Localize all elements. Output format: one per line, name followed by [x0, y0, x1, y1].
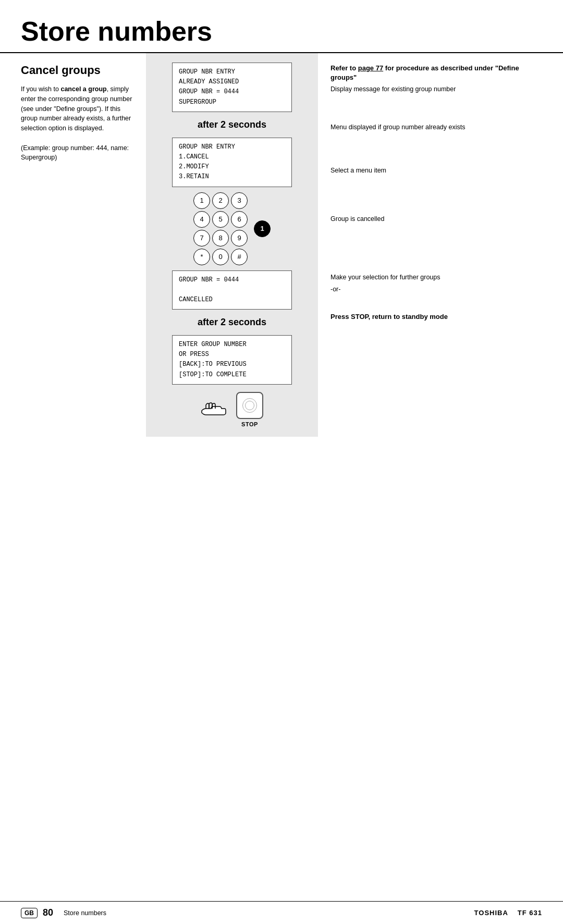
- key-star[interactable]: *: [193, 249, 210, 265]
- footer-badge: GB: [21, 908, 38, 918]
- screen1-line2: ALREADY ASSIGNED: [179, 77, 285, 87]
- key-7[interactable]: 7: [193, 230, 210, 247]
- right-text-4: Group is cancelled: [331, 214, 542, 224]
- right-text-2: Menu displayed if group number already e…: [331, 122, 542, 132]
- key-2[interactable]: 2: [212, 192, 229, 209]
- right-title-1: Refer to page 77 for procedure as descri…: [331, 64, 542, 82]
- right-section-3: Select a menu item: [331, 166, 542, 178]
- key-5[interactable]: 5: [212, 211, 229, 228]
- screen2-line3: 2.MODIFY: [179, 162, 285, 172]
- screen-display-1: GROUP NBR ENTRY ALREADY ASSIGNED GROUP N…: [172, 63, 292, 112]
- spacer-2: [331, 145, 542, 166]
- key-1[interactable]: 1: [193, 192, 210, 209]
- footer-section-label: Store numbers: [64, 909, 106, 917]
- stop-button-inner: [242, 398, 257, 413]
- spacer-3: [331, 188, 542, 214]
- screen1-line1: GROUP NBR ENTRY: [179, 67, 285, 77]
- page-title: Store numbers: [0, 0, 563, 53]
- selected-key-indicator: 1: [254, 220, 271, 237]
- footer-brand: TOSHIBA TF 631: [474, 909, 542, 917]
- keypad-section: 1 2 3 4 5 6 7 8 9 * 0 # 1: [156, 192, 308, 265]
- screen-display-2: GROUP NBR ENTRY 1.CANCEL 2.MODIFY 3.RETA…: [172, 138, 292, 187]
- spacer-5: [331, 307, 542, 312]
- screen1-line4: SUPERGROUP: [179, 97, 285, 107]
- key-4[interactable]: 4: [193, 211, 210, 228]
- stop-button-container: Stop: [236, 392, 263, 427]
- screen3-line3: CANCELLED: [179, 295, 285, 305]
- key-0[interactable]: 0: [212, 249, 229, 265]
- screen-display-4: ENTER GROUP NUMBER OR PRESS [BACK]:TO PR…: [172, 335, 292, 385]
- right-section-5: Make your selection for further groups -…: [331, 273, 542, 297]
- left-column: Cancel groups If you wish to cancel a gr…: [0, 53, 146, 437]
- after-seconds-2: after 2 seconds: [198, 317, 266, 328]
- right-section-6: Press STOP, return to standby mode: [331, 312, 542, 324]
- screen3-line2: [179, 285, 285, 295]
- footer-brand-name: TOSHIBA: [474, 909, 508, 917]
- stop-label: Stop: [241, 421, 258, 427]
- hand-icon: [201, 400, 227, 419]
- screen2-line2: 1.CANCEL: [179, 152, 285, 162]
- screen4-line3: [BACK]:TO PREVIOUS: [179, 360, 285, 369]
- key-hash[interactable]: #: [231, 249, 248, 265]
- key-9[interactable]: 9: [231, 230, 248, 247]
- right-text-6: Press STOP, return to standby mode: [331, 312, 542, 322]
- screen-display-3: GROUP NBR = 0444 CANCELLED: [172, 270, 292, 310]
- spacer-4: [331, 236, 542, 273]
- section-title: Cancel groups: [21, 64, 136, 77]
- footer-left: GB 80 Store numbers: [21, 907, 106, 918]
- stop-button-circle: [245, 401, 254, 410]
- screen2-line4: 3.RETAIN: [179, 172, 285, 182]
- keypad: 1 2 3 4 5 6 7 8 9 * 0 #: [193, 192, 248, 265]
- screen4-line4: [STOP]:TO COMPLETE: [179, 370, 285, 380]
- footer-page-number: 80: [43, 907, 53, 918]
- screen3-line1: GROUP NBR = 0444: [179, 275, 285, 285]
- main-content: Cancel groups If you wish to cancel a gr…: [0, 53, 563, 437]
- screen4-line2: OR PRESS: [179, 350, 285, 360]
- stop-button[interactable]: [236, 392, 263, 419]
- right-section-1: Refer to page 77 for procedure as descri…: [331, 64, 542, 96]
- section-description: If you wish to cancel a group, simply en…: [21, 84, 136, 163]
- key-8[interactable]: 8: [212, 230, 229, 247]
- right-text-1: Display message for existing group numbe…: [331, 84, 542, 94]
- screen4-line1: ENTER GROUP NUMBER: [179, 340, 285, 350]
- screen1-line3: GROUP NBR = 0444: [179, 87, 285, 97]
- key-6[interactable]: 6: [231, 211, 248, 228]
- right-section-4: Group is cancelled: [331, 214, 542, 226]
- right-column: Refer to page 77 for procedure as descri…: [318, 53, 563, 437]
- right-text-5a: Make your selection for further groups: [331, 273, 542, 282]
- key-3[interactable]: 3: [231, 192, 248, 209]
- footer: GB 80 Store numbers TOSHIBA TF 631: [0, 901, 563, 924]
- screen2-line1: GROUP NBR ENTRY: [179, 142, 285, 152]
- right-text-5b: -or-: [331, 285, 542, 294]
- center-column: GROUP NBR ENTRY ALREADY ASSIGNED GROUP N…: [146, 53, 318, 437]
- right-section-2: Menu displayed if group number already e…: [331, 122, 542, 134]
- right-text-3: Select a menu item: [331, 166, 542, 176]
- spacer-1: [331, 107, 542, 122]
- after-seconds-1: after 2 seconds: [198, 119, 266, 130]
- footer-model: TF 631: [518, 909, 542, 917]
- stop-section: Stop: [156, 392, 308, 427]
